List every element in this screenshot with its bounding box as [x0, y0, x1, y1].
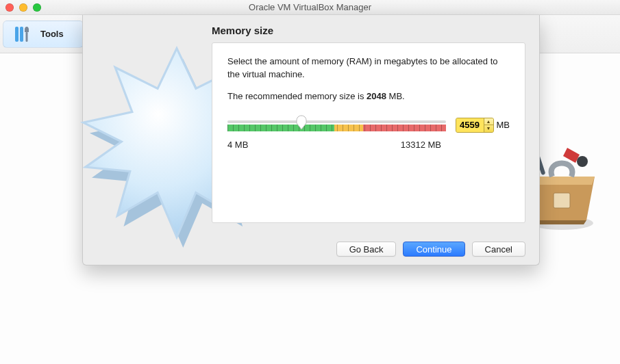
- memory-size-dialog: Memory size Select the amount of memory …: [82, 15, 540, 265]
- svg-rect-0: [15, 27, 18, 42]
- recommended-suffix: MB.: [386, 91, 405, 101]
- memory-unit: MB: [497, 120, 510, 130]
- slider-thumb-icon[interactable]: [295, 115, 308, 130]
- svg-rect-7: [554, 193, 570, 208]
- svg-marker-6: [537, 220, 586, 224]
- recommended-prefix: The recommended memory size is: [227, 91, 367, 101]
- stepper-up-icon[interactable]: ▲: [484, 118, 493, 126]
- slider-min-label: 4 MB: [227, 140, 248, 150]
- svg-rect-1: [20, 27, 23, 42]
- stepper-down-icon[interactable]: ▼: [484, 125, 493, 132]
- memory-slider[interactable]: [227, 115, 446, 135]
- memory-spinbox[interactable]: ▲ ▼: [456, 118, 494, 133]
- window-title: Oracle VM VirtualBox Manager: [249, 2, 371, 12]
- tools-icon: [13, 24, 34, 44]
- sidebar-item-label: Tools: [40, 29, 64, 39]
- go-back-button[interactable]: Go Back: [336, 242, 397, 257]
- recommended-value: 2048: [367, 91, 386, 101]
- recommended-text: The recommended memory size is 2048 MB.: [227, 91, 510, 101]
- close-window-icon[interactable]: [5, 3, 14, 12]
- dialog-footer: Go Back Continue Cancel: [336, 242, 525, 257]
- svg-rect-2: [26, 32, 28, 42]
- titlebar: Oracle VM VirtualBox Manager: [0, 0, 620, 15]
- continue-button[interactable]: Continue: [403, 242, 464, 257]
- minimize-window-icon[interactable]: [19, 3, 27, 12]
- memory-value-input[interactable]: [456, 118, 484, 132]
- zoom-window-icon[interactable]: [33, 3, 41, 12]
- slider-max-label: 13312 MB: [401, 140, 441, 150]
- dialog-content: Select the amount of memory (RAM) in meg…: [212, 42, 525, 223]
- svg-point-9: [577, 156, 588, 167]
- instruction-text: Select the amount of memory (RAM) in meg…: [227, 55, 510, 81]
- cancel-button[interactable]: Cancel: [472, 242, 525, 257]
- dialog-heading: Memory size: [212, 25, 273, 36]
